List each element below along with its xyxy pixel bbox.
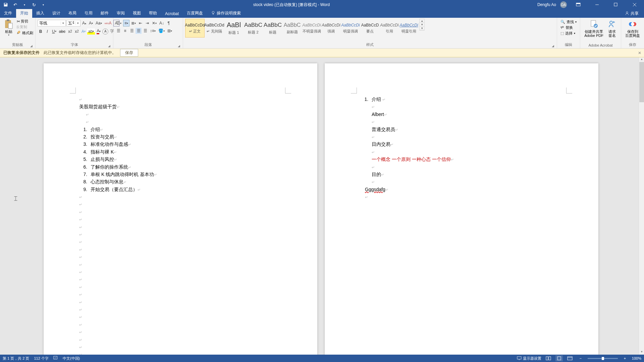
document-area[interactable]: ⌶ ↵ 美股期货超级干货↵ ↵ ↵ 介绍↵投资与交易↵标准化动作与盘感↵指标与裸… bbox=[0, 57, 644, 355]
gallery-more-icon[interactable]: ▾ bbox=[420, 26, 424, 30]
distributed-button[interactable]: ☰ bbox=[142, 28, 148, 34]
bullets-button[interactable]: ☰▾ bbox=[115, 20, 122, 26]
underline-button[interactable]: U▾ bbox=[51, 28, 57, 35]
qat-customize-icon[interactable]: ▾ bbox=[41, 2, 46, 7]
tab-1[interactable]: 插入 bbox=[32, 9, 48, 18]
create-share-pdf-button[interactable]: 创建并共享 Adobe PDF bbox=[582, 19, 605, 38]
font-name-input[interactable] bbox=[38, 20, 61, 26]
display-settings-button[interactable]: 显示器设置 bbox=[517, 356, 541, 361]
zoom-out-button[interactable]: − bbox=[577, 355, 584, 361]
phonetic-guide-button[interactable]: wénA bbox=[104, 20, 113, 26]
borders-button[interactable]: ⊞▾ bbox=[166, 28, 173, 34]
recovery-save-button[interactable]: 保存 bbox=[120, 49, 138, 57]
style-gallery[interactable]: AaBbCcDd↵ 正文AaBbCcDd↵ 无间隔AaBl标题 1AaBbC标题… bbox=[185, 19, 419, 38]
align-center-button[interactable]: ≡ bbox=[122, 28, 128, 34]
scroll-thumb[interactable] bbox=[639, 62, 644, 102]
numbering-button[interactable]: ≡▾ bbox=[123, 20, 129, 26]
spellcheck-icon[interactable] bbox=[53, 356, 58, 361]
cut-button[interactable]: ✂ 剪切 bbox=[17, 19, 33, 24]
scroll-up-icon[interactable]: ▴ bbox=[639, 57, 644, 62]
decrease-indent-button[interactable]: ⇤ bbox=[138, 20, 144, 26]
sort-button[interactable]: A↓ bbox=[158, 20, 165, 26]
align-right-button[interactable]: ☰ bbox=[129, 28, 135, 34]
status-words[interactable]: 112 个字 bbox=[34, 356, 48, 361]
text-effects-button[interactable]: A▾ bbox=[80, 28, 87, 35]
redo-icon[interactable]: ↻ bbox=[32, 2, 36, 7]
line-spacing-button[interactable]: ↕≡▾ bbox=[149, 28, 157, 34]
zoom-level[interactable]: 100% bbox=[632, 356, 641, 360]
style-要点[interactable]: AaBbCcD要点 bbox=[360, 19, 380, 38]
tab-9[interactable]: Acrobat bbox=[161, 10, 183, 18]
tab-4[interactable]: 引用 bbox=[80, 9, 97, 18]
style-副标题[interactable]: AaBbC副标题 bbox=[282, 19, 302, 38]
style-↵ 正文[interactable]: AaBbCcDd↵ 正文 bbox=[185, 19, 205, 38]
change-case-button[interactable]: Aa▾ bbox=[95, 20, 103, 26]
enclose-char-button[interactable]: A bbox=[102, 28, 108, 35]
dialog-launcher-icon[interactable]: ◢ bbox=[552, 44, 554, 48]
highlight-button[interactable]: ab▾ bbox=[87, 28, 95, 35]
style-明显强调[interactable]: AaBbCcDi明显强调 bbox=[341, 19, 360, 38]
tab-2[interactable]: 设计 bbox=[48, 9, 64, 18]
tab-6[interactable]: 审阅 bbox=[113, 9, 129, 18]
grow-font-button[interactable]: A▴ bbox=[81, 20, 87, 26]
style-强调[interactable]: AaBbCcDi强调 bbox=[321, 19, 341, 38]
style-标题[interactable]: AaBbC标题 bbox=[263, 19, 282, 38]
user-avatar[interactable]: DA bbox=[560, 1, 567, 8]
find-button[interactable]: 🔍查找▾ bbox=[560, 19, 577, 24]
bold-button[interactable]: B bbox=[38, 28, 44, 35]
zoom-slider[interactable] bbox=[588, 358, 618, 359]
gallery-down-icon[interactable]: ▾ bbox=[420, 23, 424, 26]
paste-button[interactable]: 粘贴 ▾ bbox=[2, 19, 15, 37]
tab-file[interactable]: 文件 bbox=[0, 9, 16, 18]
italic-button[interactable]: I bbox=[44, 28, 50, 35]
dialog-launcher-icon[interactable]: ◢ bbox=[108, 44, 110, 48]
show-marks-button[interactable]: ¶ bbox=[166, 20, 172, 26]
style-引用[interactable]: AaBbCcDi引用 bbox=[380, 19, 399, 38]
scroll-down-icon[interactable]: ▾ bbox=[639, 350, 644, 355]
tell-me-search[interactable]: 操作说明搜索 bbox=[207, 9, 245, 18]
style-不明显强调[interactable]: AaBbCcDi不明显强调 bbox=[302, 19, 321, 38]
web-layout-button[interactable] bbox=[566, 355, 574, 361]
shading-button[interactable]: 🪣▾ bbox=[157, 28, 166, 34]
user-name[interactable]: Dengfu Ao bbox=[537, 2, 556, 7]
subscript-button[interactable]: x2 bbox=[67, 28, 73, 35]
status-page[interactable]: 第 1 页，共 2 页 bbox=[3, 356, 29, 361]
dialog-launcher-icon[interactable]: ◢ bbox=[178, 44, 180, 48]
ribbon-display-icon[interactable] bbox=[571, 0, 586, 9]
vertical-scrollbar[interactable]: ▴ ▾ bbox=[639, 57, 644, 355]
gallery-scrollbar[interactable]: ▴ ▾ ▾ bbox=[419, 19, 425, 31]
tab-10[interactable]: 百度网盘 bbox=[183, 9, 207, 18]
save-icon[interactable] bbox=[3, 2, 8, 7]
style-标题 2[interactable]: AaBbC标题 2 bbox=[244, 19, 263, 38]
status-language[interactable]: 中文(中国) bbox=[63, 356, 80, 361]
undo-dropdown-icon[interactable]: ▾ bbox=[22, 2, 27, 7]
zoom-in-button[interactable]: + bbox=[621, 355, 629, 361]
minimize-button[interactable] bbox=[590, 0, 604, 9]
dialog-launcher-icon[interactable]: ◢ bbox=[30, 44, 33, 48]
font-size-input[interactable] bbox=[67, 20, 75, 26]
select-button[interactable]: ⬚选择▾ bbox=[560, 31, 577, 36]
tab-5[interactable]: 邮件 bbox=[97, 9, 113, 18]
page-2[interactable]: 介绍 ↵ ↵ Albert↵ ↵ 普通交易员↵ ↵ 日内交易↵ ↵ 一个概念 一… bbox=[325, 63, 598, 355]
strikethrough-button[interactable]: abc bbox=[58, 28, 66, 35]
style-明显引用[interactable]: AaBbCcDi明显引用 bbox=[399, 19, 419, 38]
gallery-up-icon[interactable]: ▴ bbox=[420, 19, 424, 23]
increase-indent-button[interactable]: ⇥ bbox=[144, 20, 150, 26]
multilevel-list-button[interactable]: ≣▾ bbox=[130, 20, 137, 26]
copy-button[interactable]: ⎘ 复制 bbox=[17, 24, 33, 29]
page-1[interactable]: ↵ 美股期货超级干货↵ ↵ ↵ 介绍↵投资与交易↵标准化动作与盘感↵指标与裸 K… bbox=[44, 63, 317, 355]
justify-button[interactable]: ☰ bbox=[136, 28, 142, 34]
request-signature-button[interactable]: 请求 签名 bbox=[605, 19, 619, 38]
style-标题 1[interactable]: AaBl标题 1 bbox=[224, 19, 244, 38]
tab-3[interactable]: 布局 bbox=[64, 9, 80, 18]
replace-button[interactable]: ᵃ⁄ᵇ替换 bbox=[560, 25, 577, 30]
recovery-close-button[interactable]: ✕ bbox=[638, 51, 641, 55]
superscript-button[interactable]: x2 bbox=[74, 28, 80, 35]
font-name-combo[interactable]: ▾ bbox=[38, 20, 66, 26]
shrink-font-button[interactable]: A▾ bbox=[88, 20, 94, 26]
align-left-button[interactable]: ☰ bbox=[115, 28, 121, 34]
font-color-button[interactable]: A▾ bbox=[96, 28, 102, 35]
asian-layout-button[interactable]: ✕▾ bbox=[151, 20, 158, 26]
print-layout-button[interactable] bbox=[555, 355, 563, 361]
style-↵ 无间隔[interactable]: AaBbCcDd↵ 无间隔 bbox=[205, 19, 224, 38]
